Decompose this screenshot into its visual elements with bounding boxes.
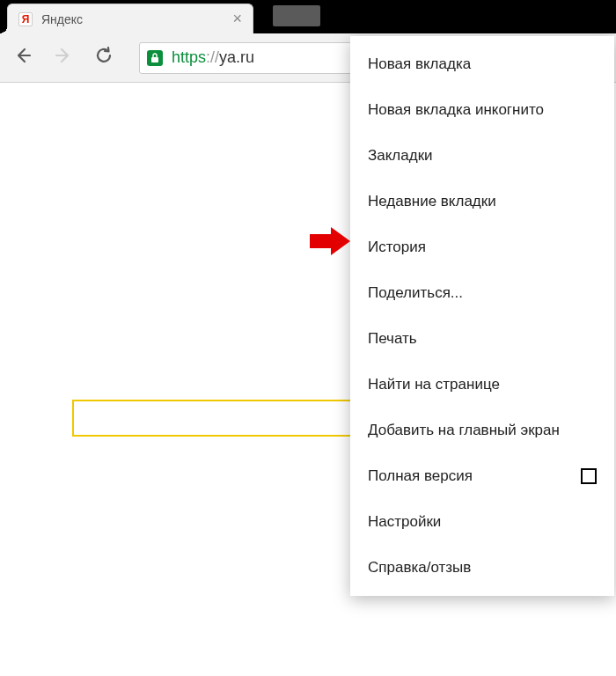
- svg-rect-0: [151, 57, 158, 62]
- menu-item-settings[interactable]: Настройки: [350, 499, 614, 545]
- arrow-right-icon: [55, 47, 72, 64]
- menu-label: Поделиться...: [368, 284, 463, 302]
- reload-icon: [94, 46, 114, 65]
- tab-title: Яндекс: [41, 12, 224, 26]
- menu-label: Настройки: [368, 513, 441, 531]
- menu-label: Недавние вкладки: [368, 193, 496, 210]
- menu-item-recent-tabs[interactable]: Недавние вкладки: [350, 179, 614, 224]
- back-button[interactable]: [12, 47, 33, 70]
- svg-marker-1: [310, 227, 350, 255]
- arrow-right-red-icon: [310, 225, 352, 257]
- browser-menu: Новая вкладка Новая вкладка инкогнито За…: [350, 36, 614, 596]
- menu-label: Найти на странице: [368, 376, 500, 393]
- annotation-arrow: [310, 225, 352, 261]
- menu-label: Добавить на главный экран: [368, 422, 560, 439]
- menu-item-bookmarks[interactable]: Закладки: [350, 133, 614, 179]
- menu-item-share[interactable]: Поделиться...: [350, 270, 614, 316]
- close-icon[interactable]: ×: [232, 10, 242, 28]
- checkbox-icon: [581, 468, 597, 484]
- tab-bar: Я Яндекс ×: [0, 0, 253, 33]
- menu-item-new-incognito-tab[interactable]: Новая вкладка инкогнито: [350, 87, 614, 133]
- menu-item-find-in-page[interactable]: Найти на странице: [350, 362, 614, 408]
- reload-button[interactable]: [93, 46, 114, 70]
- menu-label: Закладки: [368, 147, 433, 165]
- browser-tab[interactable]: Я Яндекс ×: [7, 4, 253, 33]
- menu-label: История: [368, 239, 426, 256]
- menu-item-print[interactable]: Печать: [350, 316, 614, 362]
- forward-button: [53, 47, 74, 70]
- menu-label: Новая вкладка инкогнито: [368, 101, 544, 119]
- menu-label: Полная версия: [368, 467, 473, 485]
- menu-label: Справка/отзыв: [368, 559, 471, 577]
- arrow-left-icon: [14, 47, 32, 64]
- menu-label: Новая вкладка: [368, 55, 471, 73]
- window-accent: [273, 5, 320, 26]
- menu-item-new-tab[interactable]: Новая вкладка: [350, 41, 614, 87]
- menu-item-add-to-homescreen[interactable]: Добавить на главный экран: [350, 408, 614, 453]
- url-separator: ://: [206, 48, 219, 66]
- url-host: ya.ru: [219, 48, 254, 66]
- menu-item-help-feedback[interactable]: Справка/отзыв: [350, 545, 614, 591]
- url-text: https://ya.ru: [172, 48, 254, 67]
- yandex-favicon: Я: [18, 12, 33, 26]
- lock-icon: [147, 50, 163, 66]
- menu-item-history[interactable]: История: [350, 224, 614, 270]
- menu-label: Печать: [368, 330, 417, 348]
- menu-item-desktop-site[interactable]: Полная версия: [350, 453, 614, 499]
- url-scheme: https: [172, 48, 206, 66]
